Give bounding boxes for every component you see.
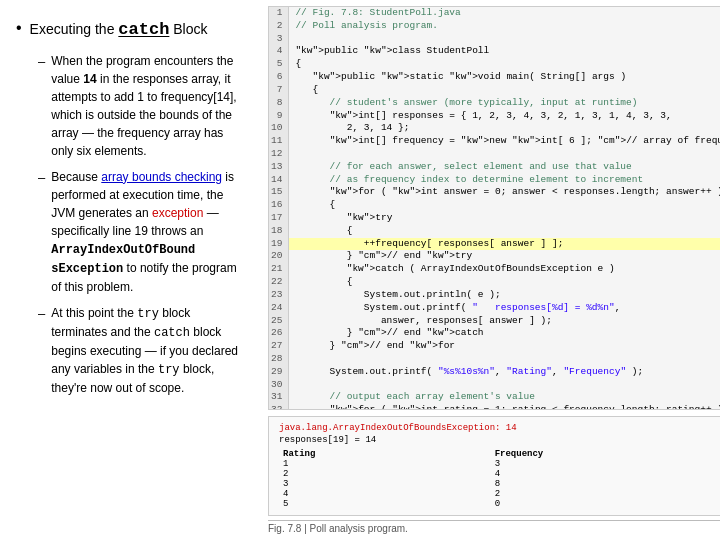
- line-number: 5: [269, 58, 289, 71]
- sub-text-2: Because array bounds checking is perform…: [51, 168, 244, 296]
- try-word: try: [137, 307, 159, 321]
- dash-3: –: [38, 304, 45, 324]
- col-rating: Rating: [279, 449, 491, 459]
- line-number: 13: [269, 161, 289, 174]
- output-cell: 2: [491, 489, 720, 499]
- line-code: // as frequency index to determine eleme…: [289, 174, 720, 187]
- output-cell: 5: [279, 499, 491, 509]
- line-code: {: [289, 84, 720, 97]
- line-number: 6: [269, 71, 289, 84]
- line-code: {: [289, 199, 720, 212]
- line-code: [289, 379, 720, 392]
- line-number: 2: [269, 20, 289, 33]
- line-number: 18: [269, 225, 289, 238]
- sub-bullets: – When the program encounters the value …: [38, 52, 244, 397]
- block-suffix: Block: [169, 21, 207, 37]
- line-code: {: [289, 276, 720, 289]
- line-number: 9: [269, 110, 289, 123]
- line-code: "kw">int[] responses = { 1, 2, 3, 4, 3, …: [289, 110, 720, 123]
- output-cell: 8: [491, 479, 720, 489]
- line-code: {: [289, 225, 720, 238]
- output-cell: 2: [279, 469, 491, 479]
- sub-bullet-1: – When the program encounters the value …: [38, 52, 244, 160]
- output-cell: 0: [491, 499, 720, 509]
- output-table: Rating Frequency 1324384250: [279, 449, 720, 509]
- exception-class: ArrayIndexOutOfBoundsException: [51, 243, 195, 276]
- line-number: 31: [269, 391, 289, 404]
- output-row: 13: [279, 459, 720, 469]
- line-code: 2, 3, 14 };: [289, 122, 720, 135]
- catch-word-inline: catch: [154, 326, 190, 340]
- line-number: 25: [269, 315, 289, 328]
- line-number: 8: [269, 97, 289, 110]
- main-bullet: • Executing the catch Block: [16, 18, 244, 42]
- line-code: // Fig. 7.8: StudentPoll.java: [289, 7, 720, 20]
- line-number: 22: [269, 276, 289, 289]
- bullet-title: Executing the catch Block: [30, 18, 208, 42]
- exception-link: exception: [152, 206, 203, 220]
- code-section: 1// Fig. 7.8: StudentPoll.java2// Poll a…: [268, 6, 720, 410]
- line-code: } "cm">// end "kw">for: [289, 340, 720, 353]
- code-table: 1// Fig. 7.8: StudentPoll.java2// Poll a…: [269, 7, 720, 410]
- executing-prefix: Executing the: [30, 21, 119, 37]
- line-number: 3: [269, 33, 289, 46]
- line-code: "kw">try: [289, 212, 720, 225]
- line-code: "kw">public "kw">static "kw">void main( …: [289, 71, 720, 84]
- col-frequency: Frequency: [491, 449, 720, 459]
- line-code: } "cm">// end "kw">catch: [289, 327, 720, 340]
- line-number: 10: [269, 122, 289, 135]
- line-code: "kw">for ( "kw">int answer = 0; answer <…: [289, 186, 720, 199]
- catch-word: catch: [118, 20, 169, 39]
- output-cell: 3: [279, 479, 491, 489]
- responses-output: responses[19] = 14: [279, 435, 720, 445]
- right-panel: 1// Fig. 7.8: StudentPoll.java2// Poll a…: [260, 0, 720, 540]
- line-number: 4: [269, 45, 289, 58]
- line-number: 21: [269, 263, 289, 276]
- line-number: 26: [269, 327, 289, 340]
- output-row: 38: [279, 479, 720, 489]
- line-number: 24: [269, 302, 289, 315]
- try-word-2: try: [158, 363, 180, 377]
- output-cell: 3: [491, 459, 720, 469]
- exception-output: java.lang.ArrayIndexOutOfBoundsException…: [279, 423, 720, 433]
- line-code: // student's answer (more typically, inp…: [289, 97, 720, 110]
- bullet-dot: •: [16, 18, 22, 39]
- line-code: "kw">catch ( ArrayIndexOutOfBoundsExcept…: [289, 263, 720, 276]
- line-number: 23: [269, 289, 289, 302]
- line-number: 16: [269, 199, 289, 212]
- line-code: [289, 148, 720, 161]
- line-code: [289, 353, 720, 366]
- output-row: 24: [279, 469, 720, 479]
- line-number: 27: [269, 340, 289, 353]
- line-code: {: [289, 58, 720, 71]
- line-number: 11: [269, 135, 289, 148]
- line-number: 32: [269, 404, 289, 410]
- line-code: answer, responses[ answer ] );: [289, 315, 720, 328]
- line-code: "kw">int[] frequency = "kw">new "kw">int…: [289, 135, 720, 148]
- line-code: // for each answer, select element and u…: [289, 161, 720, 174]
- line-code: // output each array element's value: [289, 391, 720, 404]
- line-code: "kw">public "kw">class StudentPoll: [289, 45, 720, 58]
- line-number: 17: [269, 212, 289, 225]
- line-number: 30: [269, 379, 289, 392]
- line-number: 19: [269, 238, 289, 251]
- output-row: 42: [279, 489, 720, 499]
- line-number: 20: [269, 250, 289, 263]
- fig-caption: Fig. 7.8 | Poll analysis program.: [268, 520, 720, 534]
- line-code: "kw">for ( "kw">int rating = 1; rating <…: [289, 404, 720, 410]
- sub-bullet-2: – Because array bounds checking is perfo…: [38, 168, 244, 296]
- sub-text-1: When the program encounters the value 14…: [51, 52, 244, 160]
- array-bounds-link: array bounds checking: [101, 170, 222, 184]
- line-number: 12: [269, 148, 289, 161]
- line-code: } "cm">// end "kw">try: [289, 250, 720, 263]
- output-row: 50: [279, 499, 720, 509]
- sub-text-3: At this point the try block terminates a…: [51, 304, 244, 397]
- line-number: 29: [269, 366, 289, 379]
- output-cell: 1: [279, 459, 491, 469]
- line-code: System.out.printf( " responses[%d] = %d%…: [289, 302, 720, 315]
- line-number: 28: [269, 353, 289, 366]
- sub-bullet-3: – At this point the try block terminates…: [38, 304, 244, 397]
- line-code: System.out.printf( "%s%10s%n", "Rating",…: [289, 366, 720, 379]
- dash-2: –: [38, 168, 45, 188]
- line-number: 15: [269, 186, 289, 199]
